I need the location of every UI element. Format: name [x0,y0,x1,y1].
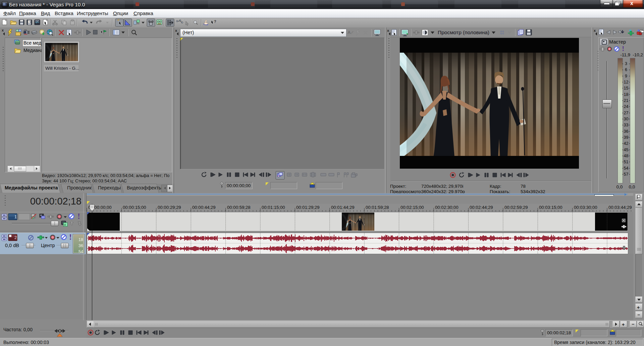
svg-text:00:02:44;29: 00:02:44;29 [470,205,493,210]
svg-text:45: 45 [624,148,629,152]
svg-text:?: ? [29,20,30,23]
svg-text:α: α [64,223,66,226]
svg-text:Просмотр (половина): Просмотр (половина) [438,30,489,35]
svg-text:33: 33 [624,123,629,127]
svg-text:1: 1 [14,214,17,219]
svg-text:00:03:30;00: 00:03:30;00 [574,205,597,210]
svg-text:00:03:44;29: 00:03:44;29 [608,205,632,210]
svg-text:2: 2 [14,235,17,240]
svg-text:3: 3 [625,61,627,66]
svg-text:39: 39 [624,135,629,140]
svg-text:6: 6 [625,67,627,72]
svg-text:Центр: Центр [41,243,55,248]
svg-text:00:00:29;29: 00:00:29;29 [158,205,181,210]
svg-text:36: 36 [624,129,629,134]
svg-text:27: 27 [624,111,629,115]
svg-text:?: ? [214,19,216,23]
svg-text:00:02:15;00: 00:02:15;00 [400,205,424,210]
svg-text:00:02:30;00: 00:02:30;00 [435,205,459,210]
svg-text:30: 30 [624,117,629,121]
svg-text:A: A [347,30,351,35]
svg-text:57: 57 [624,172,629,177]
svg-text:9: 9 [625,74,627,78]
svg-text:00:01:44;29: 00:01:44;29 [331,205,355,210]
svg-text:00:00:44;29: 00:00:44;29 [192,205,216,210]
svg-text:24: 24 [624,104,629,109]
svg-text:54: 54 [624,166,629,171]
svg-text:00:00:59;28: 00:00:59;28 [227,205,251,210]
svg-text:00:03:15;00: 00:03:15;00 [539,205,562,210]
svg-text:48: 48 [624,154,629,158]
svg-text:18: 18 [624,92,629,97]
svg-text:00:01:15;00: 00:01:15;00 [262,205,285,210]
svg-text:00:02:59;29: 00:02:59;29 [504,205,528,210]
svg-text:00:00:15;00: 00:00:15;00 [123,205,146,210]
svg-text:00:01:59;28: 00:01:59;28 [366,205,389,210]
svg-text:51: 51 [624,160,629,164]
svg-text:15: 15 [624,86,629,91]
svg-text:42: 42 [624,141,629,146]
svg-text:00:01:29;29: 00:01:29;29 [296,205,320,210]
svg-text:0,0 dB: 0,0 dB [5,243,19,248]
svg-text:12: 12 [624,80,629,84]
svg-text:21: 21 [624,98,629,103]
